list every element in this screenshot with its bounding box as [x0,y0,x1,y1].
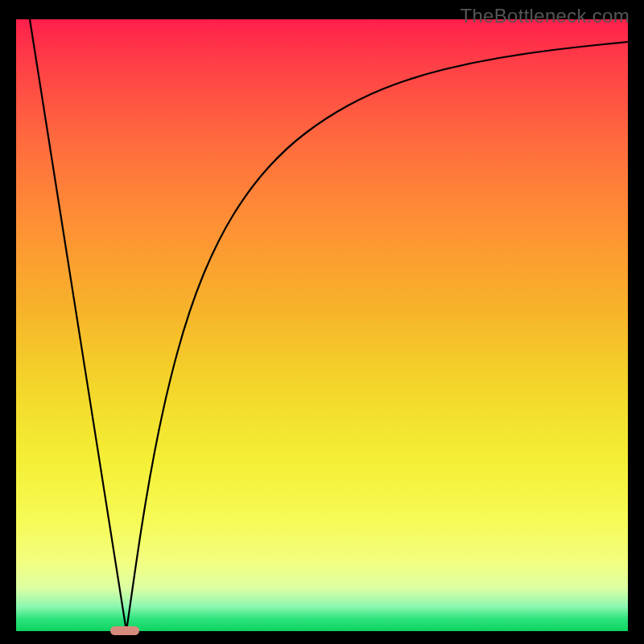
chart-curve [16,19,628,631]
plot-area [16,19,628,631]
chart-container: TheBottleneck.com [0,0,644,644]
watermark-text: TheBottleneck.com [460,5,630,27]
minimum-marker [110,626,139,635]
